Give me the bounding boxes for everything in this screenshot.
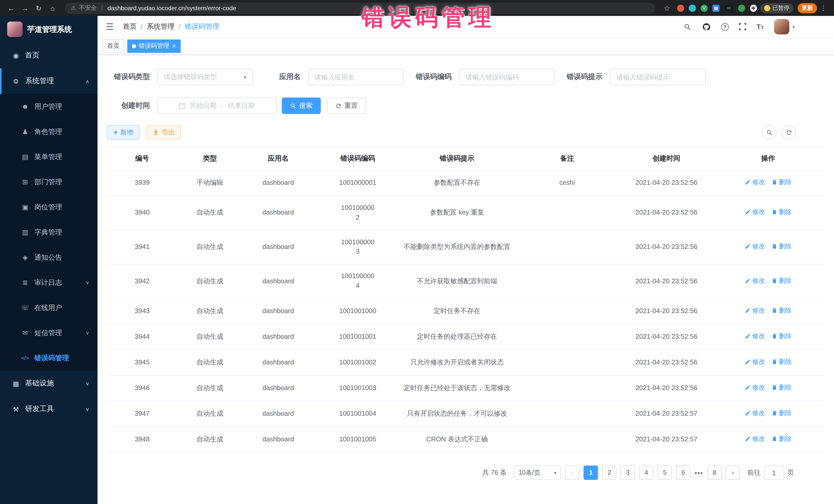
table-row: 3944自动生成dashboard1001001001定时任务的处理器已经存在2… [107, 324, 825, 350]
sidebar-item-post[interactable]: ▣岗位管理 [0, 195, 97, 220]
puzzle-extensions-icon[interactable]: ❖ [750, 4, 757, 12]
sidebar-item-dict[interactable]: ▥字典管理 [0, 220, 97, 245]
reload-icon[interactable]: ↻ [32, 4, 46, 12]
hamburger-icon[interactable]: ☰ [106, 21, 114, 32]
delete-link[interactable]: 删除 [771, 178, 792, 187]
extension-icon[interactable] [677, 4, 684, 12]
app-name-input[interactable] [308, 69, 404, 85]
extension-icon[interactable] [738, 4, 745, 12]
sidebar-item-system[interactable]: ⚙系统管理∧ [0, 68, 97, 94]
user-avatar-menu[interactable]: ▾ [774, 19, 795, 35]
pagination-page-3[interactable]: 3 [621, 466, 635, 480]
error-code-input[interactable] [459, 69, 555, 85]
dict-icon: ▥ [21, 228, 30, 236]
page-size-select[interactable]: 10条/页 ▾ [514, 466, 561, 480]
edit-link[interactable]: 修改 [744, 276, 765, 285]
sidebar-item-dept[interactable]: ⊞部门管理 [0, 169, 97, 195]
pagination-page-5[interactable]: 5 [658, 466, 672, 480]
extension-icon[interactable] [689, 4, 696, 12]
sidebar-item-role[interactable]: ♟角色管理 [0, 119, 97, 144]
pagination-page-4[interactable]: 4 [639, 466, 654, 480]
delete-link[interactable]: 删除 [771, 332, 792, 341]
edit-link[interactable]: 修改 [744, 434, 765, 443]
browser-update-button[interactable]: 更新 [797, 3, 817, 13]
toggle-search-icon[interactable] [762, 125, 776, 139]
extension-icon[interactable]: V [701, 4, 708, 12]
bookmark-star-icon[interactable]: ☆ [660, 4, 674, 12]
address-bar[interactable]: ⚠ 不安全 dashboard.yudao.iocoder.cn/system/… [65, 2, 655, 14]
sidebar-item-notice[interactable]: ◈通知公告 [0, 245, 97, 270]
cell-id: 3940 [107, 196, 178, 230]
edit-link[interactable]: 修改 [744, 306, 765, 315]
pagination-prev-button[interactable]: ‹ [565, 466, 580, 480]
sidebar-item-menu[interactable]: ▤菜单管理 [0, 144, 97, 169]
pagination-page-8[interactable]: 8 [707, 466, 722, 480]
delete-link[interactable]: 删除 [771, 434, 792, 443]
back-icon[interactable]: ← [4, 4, 18, 12]
table-row: 3942自动生成dashboard100100000 4不允许获取敏感配置到前端… [107, 264, 825, 299]
github-icon[interactable] [702, 22, 711, 31]
edit-link[interactable]: 修改 [744, 178, 765, 187]
edit-link[interactable]: 修改 [744, 382, 765, 392]
help-icon[interactable]: ? [721, 23, 729, 30]
cell-actions: 修改删除 [711, 401, 825, 426]
cell-time: 2021-04-20 23:52:57 [621, 426, 711, 452]
forward-icon[interactable]: → [18, 4, 32, 12]
goto-page-input[interactable] [764, 466, 784, 480]
pagination-next-button[interactable]: › [726, 466, 740, 480]
delete-icon [771, 179, 777, 185]
error-type-select[interactable]: 请选择错误码类型 ▾ [157, 69, 253, 85]
date-range-picker[interactable]: 开始日期 - 结束日期 [157, 97, 277, 114]
app-logo[interactable]: 芋道管理系统 [0, 16, 97, 43]
breadcrumb-item[interactable]: 系统管理 [147, 22, 175, 31]
pagination-ellipsis[interactable]: ••• [695, 469, 703, 477]
add-button[interactable]: + 新增 [107, 125, 139, 139]
delete-link[interactable]: 删除 [771, 306, 792, 315]
browser-menu-icon[interactable]: ⋮ [817, 4, 830, 12]
reset-button[interactable]: 重置 [327, 97, 366, 114]
home-icon[interactable]: ⌂ [46, 4, 60, 12]
sidebar-item-audit-log[interactable]: ≣审计日志∨ [0, 270, 97, 295]
sidebar-item-home[interactable]: ◉首页 [0, 43, 97, 68]
edit-link[interactable]: 修改 [744, 357, 765, 367]
edit-link[interactable]: 修改 [744, 332, 765, 341]
sidebar-item-dev-tools[interactable]: ⚒研发工具∨ [0, 396, 97, 422]
search-button[interactable]: 搜索 [282, 97, 321, 114]
search-icon[interactable] [684, 22, 692, 31]
font-size-icon[interactable]: TT [756, 22, 764, 31]
refresh-table-icon[interactable] [782, 125, 796, 139]
delete-link[interactable]: 删除 [771, 382, 792, 392]
delete-link[interactable]: 删除 [771, 357, 792, 367]
cell-id: 3943 [107, 299, 178, 324]
delete-link[interactable]: 删除 [771, 276, 792, 285]
sidebar-item-infra[interactable]: ▦基础设施∨ [0, 371, 97, 396]
sidebar-item-sms[interactable]: ✉短信管理∨ [0, 320, 97, 345]
sidebar-item-online-user[interactable]: ☏在线用户 [0, 295, 97, 320]
sidebar-item-user[interactable]: ☻用户管理 [0, 94, 97, 119]
edit-label: 修改 [752, 306, 765, 315]
extension-icon[interactable]: ▦ [712, 4, 720, 12]
pagination-page-1[interactable]: 1 [584, 466, 598, 480]
profile-paused-chip[interactable]: 已暂停 [760, 3, 793, 13]
delete-link[interactable]: 删除 [771, 207, 792, 217]
pagination-page-6[interactable]: 6 [676, 466, 690, 480]
sidebar-item-error-code[interactable]: </>错误码管理 [0, 345, 97, 371]
edit-link[interactable]: 修改 [744, 408, 765, 418]
fullscreen-icon[interactable] [739, 23, 746, 30]
cell-id: 3939 [107, 170, 178, 196]
edit-icon [744, 278, 751, 284]
error-msg-input[interactable] [610, 69, 706, 85]
tab-close-icon[interactable]: × [172, 43, 176, 49]
delete-link[interactable]: 删除 [771, 242, 792, 251]
tab-error-code[interactable]: 错误码管理× [127, 39, 180, 52]
delete-link[interactable]: 删除 [771, 408, 792, 418]
export-button[interactable]: 导出 [146, 125, 181, 139]
pagination-page-2[interactable]: 2 [602, 466, 617, 480]
cell-id: 3942 [107, 264, 178, 299]
edit-link[interactable]: 修改 [744, 242, 765, 251]
breadcrumb-item[interactable]: 首页 [123, 22, 137, 31]
edit-icon [744, 179, 751, 185]
edit-link[interactable]: 修改 [744, 207, 765, 217]
extension-icon[interactable]: on [724, 5, 733, 11]
tab-home[interactable]: 首页 [103, 39, 124, 52]
